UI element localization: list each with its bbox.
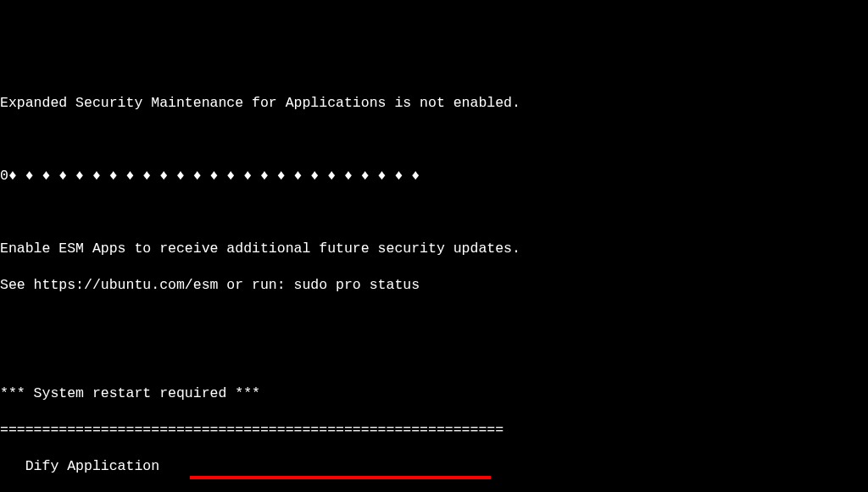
- motd-updates-line: 0♦ ♦ ♦ ♦ ♦ ♦ ♦ ♦ ♦ ♦ ♦ ♦ ♦ ♦ ♦ ♦ ♦ ♦ ♦ ♦…: [0, 167, 868, 185]
- terminal-window[interactable]: Expanded Security Maintenance for Applic…: [0, 76, 868, 492]
- motd-enable-esm-1: Enable ESM Apps to receive additional fu…: [0, 240, 868, 257]
- blank-line: [0, 348, 868, 366]
- blank-line: [0, 130, 868, 148]
- blank-line: [0, 203, 868, 221]
- motd-divider-top: ========================================…: [0, 421, 868, 439]
- blank-line: [0, 312, 868, 329]
- motd-esm-header: Expanded Security Maintenance for Applic…: [0, 94, 868, 112]
- motd-restart-notice: *** System restart required ***: [0, 384, 868, 402]
- highlight-underline-annotation: [190, 476, 491, 479]
- motd-enable-esm-2: See https://ubuntu.com/esm or run: sudo …: [0, 276, 868, 294]
- motd-app-title: Dify Application: [0, 457, 868, 475]
